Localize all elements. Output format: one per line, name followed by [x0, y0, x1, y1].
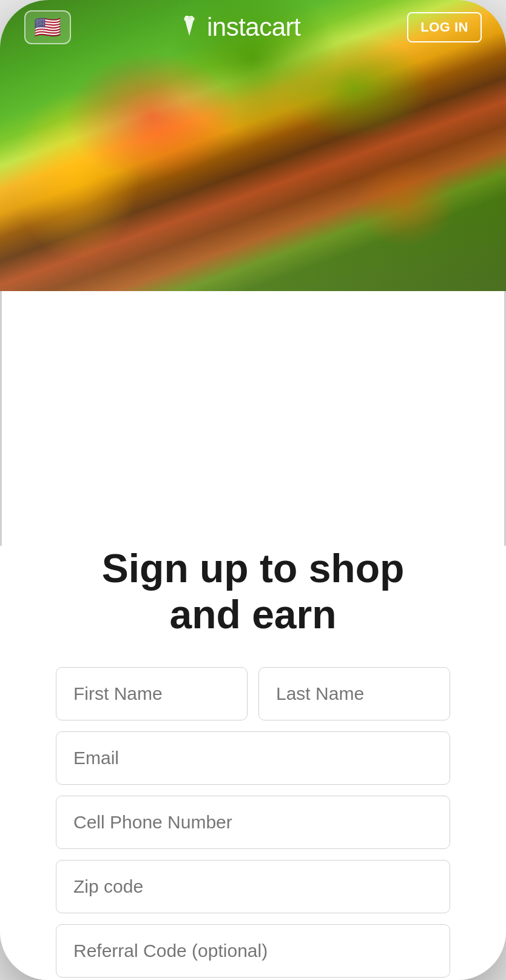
brand-logo: instacart — [178, 13, 300, 42]
country-flag-button[interactable]: 🇺🇸 — [24, 10, 71, 44]
phone-shell: 🇺🇸 instacart LOG IN Sign up to shop and … — [0, 0, 506, 980]
zip-input[interactable] — [56, 860, 450, 913]
email-input[interactable] — [56, 731, 450, 785]
name-row — [56, 667, 450, 720]
main-content: Sign up to shop and earn Continue › You … — [0, 546, 506, 980]
first-name-input[interactable] — [56, 667, 248, 720]
signup-form — [56, 667, 450, 978]
referral-input[interactable] — [56, 924, 450, 978]
last-name-input[interactable] — [258, 667, 450, 720]
navbar: 🇺🇸 instacart LOG IN — [0, 0, 506, 55]
page-title: Sign up to shop and earn — [56, 546, 450, 638]
hero-section: 🇺🇸 instacart LOG IN — [0, 0, 506, 291]
phone-input[interactable] — [56, 796, 450, 849]
carrot-icon — [178, 16, 201, 39]
brand-name-text: instacart — [207, 13, 300, 42]
flag-icon: 🇺🇸 — [34, 16, 61, 38]
login-button[interactable]: LOG IN — [407, 12, 482, 42]
